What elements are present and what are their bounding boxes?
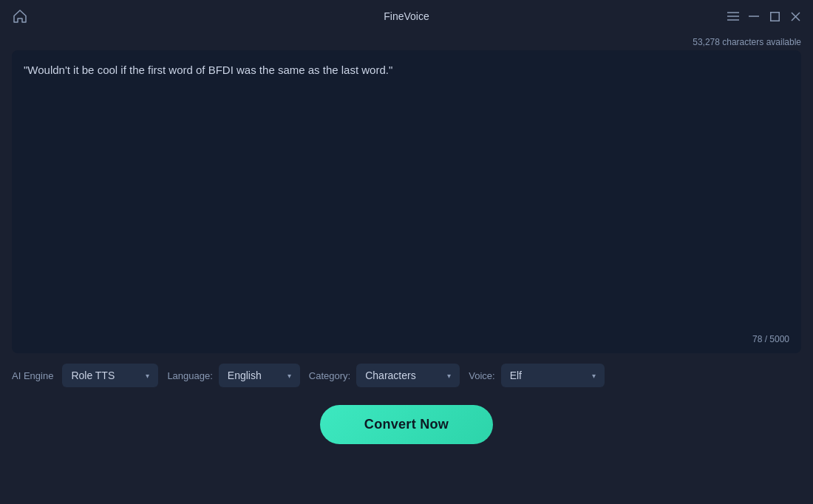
language-label: Language: <box>167 370 212 381</box>
svg-rect-4 <box>770 12 779 21</box>
text-input[interactable] <box>24 62 789 341</box>
home-icon[interactable] <box>12 8 28 24</box>
voice-dropdown[interactable]: Elf ▾ <box>501 364 605 387</box>
controls-bar: AI Engine Role TTS ▾ Language: English ▾… <box>0 353 813 398</box>
language-group: Language: English ▾ <box>167 364 299 387</box>
minimize-button[interactable] <box>748 10 760 22</box>
ai-engine-label: AI Engine <box>12 370 53 381</box>
window-controls <box>727 10 801 22</box>
char-count: 78 / 5000 <box>752 334 789 344</box>
voice-chevron: ▾ <box>592 372 596 380</box>
ai-engine-dropdown[interactable]: Role TTS ▾ <box>62 364 158 387</box>
menu-icon[interactable] <box>727 10 739 22</box>
language-dropdown[interactable]: English ▾ <box>219 364 300 387</box>
title-bar-left <box>12 8 28 24</box>
title-bar: FineVoice <box>0 0 813 33</box>
chars-available: 53,278 characters available <box>0 33 813 50</box>
category-dropdown[interactable]: Characters ▾ <box>356 364 460 387</box>
text-area-container: 78 / 5000 <box>12 50 801 353</box>
convert-section: Convert Now <box>0 398 813 456</box>
category-chevron: ▾ <box>447 372 451 380</box>
language-chevron: ▾ <box>288 372 291 380</box>
category-value: Characters <box>365 370 415 381</box>
category-label: Category: <box>309 370 350 381</box>
voice-value: Elf <box>510 370 522 381</box>
ai-engine-chevron: ▾ <box>146 372 149 380</box>
app-title: FineVoice <box>384 10 429 22</box>
voice-label: Voice: <box>469 370 494 381</box>
voice-group: Voice: Elf ▾ <box>469 364 604 387</box>
close-button[interactable] <box>789 10 801 22</box>
convert-now-button[interactable]: Convert Now <box>320 405 493 444</box>
maximize-button[interactable] <box>769 10 780 22</box>
ai-engine-value: Role TTS <box>71 370 115 381</box>
category-group: Category: Characters ▾ <box>309 364 460 387</box>
language-value: English <box>228 370 262 381</box>
